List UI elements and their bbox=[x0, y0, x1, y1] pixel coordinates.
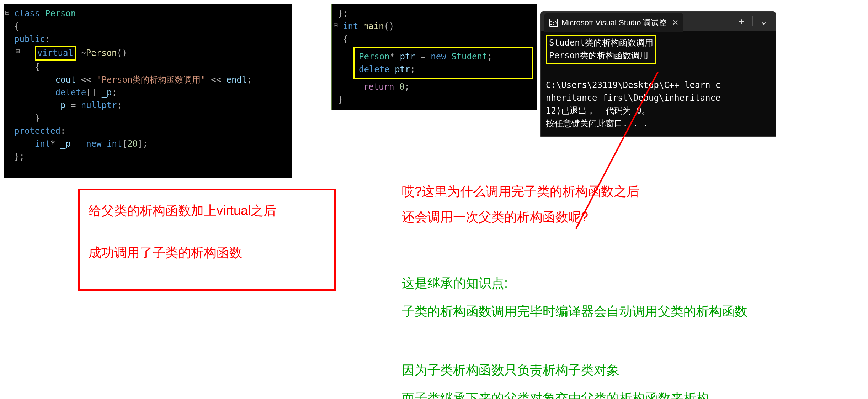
annotation-green-block: 因为子类析构函数只负责析构子类对象 而子类继承下来的父类对象交由父类的析构函数来… bbox=[402, 356, 709, 399]
console-titlebar: C:\ Microsoft Visual Studio 调试控 ✕ + ⌄ bbox=[541, 12, 776, 31]
code-line: ⊟int main() bbox=[343, 20, 533, 33]
code-line: { bbox=[14, 20, 288, 33]
annotation-red-question: 哎?这里为什么调用完子类的析构函数之后 还会调用一次父类的析构函数呢? bbox=[402, 179, 639, 230]
code-line: { bbox=[14, 61, 288, 73]
new-tab-button[interactable]: + bbox=[733, 13, 750, 30]
annotation-green-block: 这是继承的知识点: 子类的析构函数调用完毕时编译器会自动调用父类的析构函数 bbox=[402, 269, 747, 325]
code-line: delete[] _p; bbox=[14, 86, 288, 99]
main-body-highlight: Person* ptr = new Student; delete ptr; bbox=[353, 47, 533, 79]
console-line: 按任意键关闭此窗口. . . bbox=[546, 119, 648, 128]
annotation-text: 子类的析构函数调用完毕时编译器会自动调用父类的析构函数 bbox=[402, 297, 747, 325]
code-line: delete ptr; bbox=[359, 63, 528, 76]
console-tab[interactable]: C:\ Microsoft Visual Studio 调试控 ✕ bbox=[544, 13, 683, 32]
annotation-red-box: 给父类的析构函数加上virtual之后 成功调用了子类的析构函数 bbox=[78, 189, 336, 291]
dropdown-icon[interactable]: ⌄ bbox=[756, 13, 772, 30]
code-line: Person* ptr = new Student; bbox=[359, 50, 528, 63]
console-line: C:\Users\23119\Desktop\C++_learn_c bbox=[546, 80, 720, 90]
code-editor-right: }; ⊟int main() { Person* ptr = new Stude… bbox=[331, 4, 537, 110]
code-line: }; bbox=[338, 7, 533, 20]
annotation-text: 还会调用一次父类的析构函数呢? bbox=[402, 204, 639, 230]
close-icon[interactable]: ✕ bbox=[672, 18, 678, 27]
fold-minus-icon: ⊟ bbox=[334, 20, 338, 31]
annotation-text: 成功调用了子类的析构函数 bbox=[89, 242, 325, 263]
annotation-text: 而子类继承下来的父类对象交由父类的析构函数来析构 bbox=[402, 384, 709, 399]
code-line: }; bbox=[14, 150, 288, 163]
annotation-text: 这是继承的知识点: bbox=[402, 269, 747, 297]
console-tab-title: Microsoft Visual Studio 调试控 bbox=[561, 17, 666, 28]
fold-minus-icon: ⊟ bbox=[5, 7, 9, 18]
code-editor-left: ⊟class Person { public: ⊟ virtual ~Perso… bbox=[4, 4, 292, 178]
terminal-icon: C:\ bbox=[549, 19, 558, 27]
annotation-text: 因为子类析构函数只负责析构子类对象 bbox=[402, 356, 709, 384]
annotation-text: 哎?这里为什么调用完子类的析构函数之后 bbox=[402, 179, 639, 204]
code-line: { bbox=[343, 33, 533, 46]
fold-minus-icon: ⊟ bbox=[16, 46, 20, 56]
console-line: 12)已退出， 代码为 0。 bbox=[546, 106, 650, 116]
console-line: Student类的析构函数调用 bbox=[549, 38, 653, 48]
console-output-highlight: Student类的析构函数调用 Person类的析构函数调用 bbox=[546, 35, 656, 64]
code-line: protected: bbox=[14, 125, 288, 137]
code-line: public: bbox=[14, 33, 288, 46]
code-line: int* _p = new int[20]; bbox=[14, 137, 288, 150]
code-line: } bbox=[14, 112, 288, 125]
console-output: Student类的析构函数调用 Person类的析构函数调用 C:\Users\… bbox=[541, 31, 776, 136]
virtual-keyword-highlight: virtual bbox=[35, 46, 76, 61]
code-line: ⊟class Person bbox=[14, 7, 288, 20]
code-line: cout << "Person类的析构函数调用" << endl; bbox=[14, 73, 288, 86]
code-line: _p = nullptr; bbox=[14, 99, 288, 112]
code-line: } bbox=[338, 93, 533, 106]
code-line: return 0; bbox=[343, 80, 533, 93]
console-line: Person类的析构函数调用 bbox=[549, 51, 648, 61]
code-line: ⊟ virtual ~Person() bbox=[14, 46, 288, 61]
annotation-text: 给父类的析构函数加上virtual之后 bbox=[89, 200, 325, 221]
debug-console-window: C:\ Microsoft Visual Studio 调试控 ✕ + ⌄ St… bbox=[540, 11, 776, 137]
console-line: nheritance_first\Debug\inheritance bbox=[546, 93, 720, 103]
